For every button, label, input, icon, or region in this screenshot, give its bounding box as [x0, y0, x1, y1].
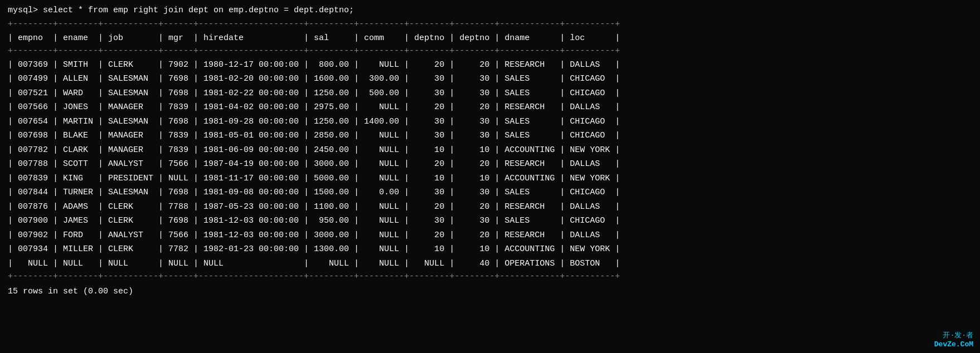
separator-top: +--------+--------+-----------+------+--…	[8, 18, 972, 31]
separator-bottom: +--------+--------+-----------+------+--…	[8, 271, 972, 283]
footer: 15 rows in set (0.00 sec)	[8, 287, 972, 296]
table-row: | 007782 | CLARK | MANAGER | 7839 | 1981…	[8, 143, 972, 158]
watermark-line1: 开·发·者	[934, 330, 973, 340]
table-row: | 007902 | FORD | ANALYST | 7566 | 1981-…	[8, 228, 972, 243]
data-rows: | 007369 | SMITH | CLERK | 7902 | 1980-1…	[8, 58, 972, 271]
table-row: | 007566 | JONES | MANAGER | 7839 | 1981…	[8, 100, 972, 115]
table-row: | 007521 | WARD | SALESMAN | 7698 | 1981…	[8, 86, 972, 101]
table-row: | 007844 | TURNER | SALESMAN | 7698 | 19…	[8, 185, 972, 200]
table-row: | 007788 | SCOTT | ANALYST | 7566 | 1987…	[8, 157, 972, 171]
watermark: 开·发·者 DevZe.CoM	[934, 330, 973, 349]
header-row: | empno | ename | job | mgr | hiredate |…	[8, 31, 972, 46]
table-row: | 007876 | ADAMS | CLERK | 7788 | 1987-0…	[8, 200, 972, 214]
watermark-line2: DevZe.CoM	[934, 340, 973, 349]
table-row: | 007934 | MILLER | CLERK | 7782 | 1982-…	[8, 242, 972, 257]
table-row: | 007698 | BLAKE | MANAGER | 7839 | 1981…	[8, 129, 972, 143]
table-row: | 007900 | JAMES | CLERK | 7698 | 1981-1…	[8, 214, 972, 228]
query-line: mysql> select * from emp right join dept…	[8, 6, 972, 15]
table-row: | 007654 | MARTIN | SALESMAN | 7698 | 19…	[8, 115, 972, 129]
table-row: | 007499 | ALLEN | SALESMAN | 7698 | 198…	[8, 72, 972, 86]
table-row: | 007839 | KING | PRESIDENT | NULL | 198…	[8, 171, 972, 186]
table-row: | 007369 | SMITH | CLERK | 7902 | 1980-1…	[8, 58, 972, 72]
table-row: | NULL | NULL | NULL | NULL | NULL | NUL…	[8, 257, 972, 271]
separator-header: +--------+--------+-----------+------+--…	[8, 45, 972, 58]
